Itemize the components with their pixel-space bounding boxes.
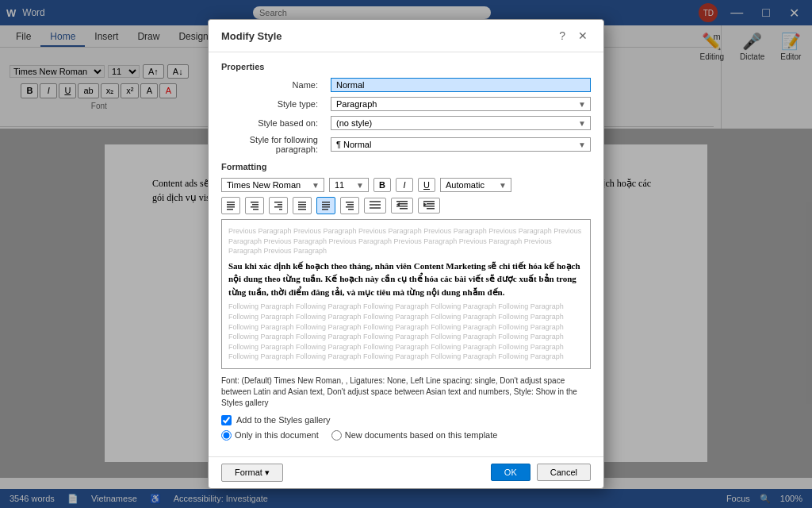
svg-rect-35: [423, 206, 435, 207]
svg-rect-33: [423, 201, 435, 202]
dialog-font-size-select[interactable]: 11: [329, 178, 369, 192]
svg-rect-5: [252, 204, 259, 206]
align-left-icon: [227, 201, 235, 210]
svg-rect-36: [427, 208, 435, 210]
style-type-row: Style type: Paragraph ▼: [221, 97, 591, 111]
svg-rect-12: [298, 202, 306, 203]
dialog-action-buttons: OK Cancel: [491, 464, 591, 481]
new-documents-label: New documents based on this template: [345, 430, 498, 440]
dialog-help-button[interactable]: ?: [559, 29, 565, 42]
formatting-label: Formatting: [221, 162, 591, 171]
style-based-row: Style based on: (no style) ▼: [221, 116, 591, 130]
svg-rect-18: [322, 206, 330, 208]
svg-rect-23: [348, 209, 354, 210]
name-label: Name:: [221, 80, 324, 90]
svg-rect-30: [396, 206, 408, 207]
font-family-container: Times New Roman ▼: [221, 178, 324, 192]
align-left-button[interactable]: [221, 197, 240, 214]
decrease-indent-icon: [396, 200, 408, 210]
template-scope-row: Only in this document New documents base…: [221, 430, 591, 441]
svg-rect-29: [400, 203, 408, 205]
align-center-2-button[interactable]: [340, 197, 359, 214]
ok-button[interactable]: OK: [491, 464, 530, 481]
align-right-button[interactable]: [269, 197, 288, 214]
only-this-doc-label: Only in this document: [235, 430, 319, 440]
align-justify-button[interactable]: [293, 197, 312, 214]
align-justify-icon: [298, 201, 306, 210]
dialog-titlebar: Modify Style ? ✕: [209, 20, 603, 52]
style-following-label: Style for following paragraph:: [221, 135, 324, 154]
increase-indent-icon: [423, 200, 435, 210]
new-documents-radio[interactable]: [331, 430, 342, 441]
dialog-italic-button[interactable]: I: [396, 178, 413, 192]
svg-rect-28: [396, 201, 408, 202]
svg-rect-22: [346, 206, 354, 208]
style-type-select[interactable]: Paragraph: [331, 97, 591, 111]
name-value-container: [331, 78, 591, 92]
preview-previous-text: Previous Paragraph Previous Paragraph Pr…: [228, 226, 584, 256]
align-left-2-icon: [322, 201, 330, 210]
dialog-footer: Format ▾ OK Cancel: [209, 456, 603, 488]
cancel-button[interactable]: Cancel: [537, 464, 591, 481]
increase-indent-button[interactable]: [418, 198, 440, 214]
svg-rect-20: [346, 202, 354, 203]
modal-overlay: Modify Style ? ✕ Properties Name: Style …: [0, 0, 812, 508]
style-type-select-container: Paragraph ▼: [331, 97, 591, 111]
svg-rect-7: [253, 209, 259, 210]
new-documents-option: New documents based on this template: [331, 430, 498, 441]
svg-rect-0: [227, 202, 235, 203]
style-based-select-container: (no style) ▼: [331, 116, 591, 130]
align-left-2-button[interactable]: [316, 197, 335, 214]
format-toolbar-2: [221, 197, 591, 214]
svg-rect-3: [227, 209, 233, 210]
style-based-select[interactable]: (no style): [331, 116, 591, 130]
style-based-label: Style based on:: [221, 118, 324, 128]
format-button[interactable]: Format ▾: [221, 464, 283, 482]
svg-rect-2: [227, 206, 235, 208]
svg-rect-6: [251, 206, 259, 208]
name-input[interactable]: [331, 78, 591, 92]
modify-style-dialog: Modify Style ? ✕ Properties Name: Style …: [208, 19, 604, 489]
add-to-gallery-row: Add to the Styles gallery: [221, 415, 591, 425]
svg-rect-13: [298, 204, 306, 206]
dialog-close-button[interactable]: ✕: [575, 28, 591, 44]
preview-following-text: Following Paragraph Following Paragraph …: [228, 302, 584, 362]
dialog-color-select[interactable]: Automatic: [440, 178, 511, 192]
svg-rect-4: [251, 202, 259, 203]
align-center-icon: [251, 201, 259, 210]
only-this-doc-option: Only in this document: [221, 430, 319, 441]
add-to-gallery-label: Add to the Styles gallery: [236, 415, 331, 425]
line-spacing-icon: [370, 200, 381, 210]
style-following-select[interactable]: ¶ Normal: [331, 137, 591, 152]
svg-rect-19: [322, 209, 328, 210]
svg-rect-11: [279, 209, 282, 210]
align-right-icon: [274, 201, 282, 210]
dialog-bold-button[interactable]: B: [373, 178, 391, 192]
svg-rect-1: [227, 204, 235, 206]
dialog-font-family-select[interactable]: Times New Roman: [221, 178, 324, 192]
style-preview-box: Previous Paragraph Previous Paragraph Pr…: [221, 219, 591, 369]
svg-rect-15: [298, 209, 306, 210]
only-this-doc-radio[interactable]: [221, 430, 232, 441]
style-following-select-container: ¶ Normal ▼: [331, 137, 591, 152]
align-center-2-icon: [346, 201, 354, 210]
style-following-row: Style for following paragraph: ¶ Normal …: [221, 135, 591, 154]
dialog-underline-button[interactable]: U: [418, 178, 435, 192]
font-size-container: 11 ▼: [329, 178, 369, 192]
align-center-button[interactable]: [245, 197, 264, 214]
decrease-indent-button[interactable]: [391, 198, 413, 214]
svg-rect-10: [274, 206, 282, 208]
add-to-gallery-checkbox[interactable]: [221, 415, 232, 425]
name-row: Name:: [221, 78, 591, 92]
format-toolbar-1: Times New Roman ▼ 11 ▼ B I U: [221, 178, 591, 192]
line-spacing-button[interactable]: [364, 198, 386, 214]
properties-section-label: Properties: [221, 62, 591, 71]
preview-main-text: Sau khi xác định kế hoạch theo tháng, nh…: [228, 260, 584, 299]
style-type-label: Style type:: [221, 99, 324, 109]
svg-rect-16: [322, 202, 330, 203]
svg-rect-8: [274, 202, 282, 203]
color-select-container: Automatic ▼: [440, 178, 511, 192]
svg-rect-9: [278, 204, 282, 206]
dialog-title: Modify Style: [221, 30, 282, 42]
dialog-title-right: ? ✕: [559, 28, 591, 44]
